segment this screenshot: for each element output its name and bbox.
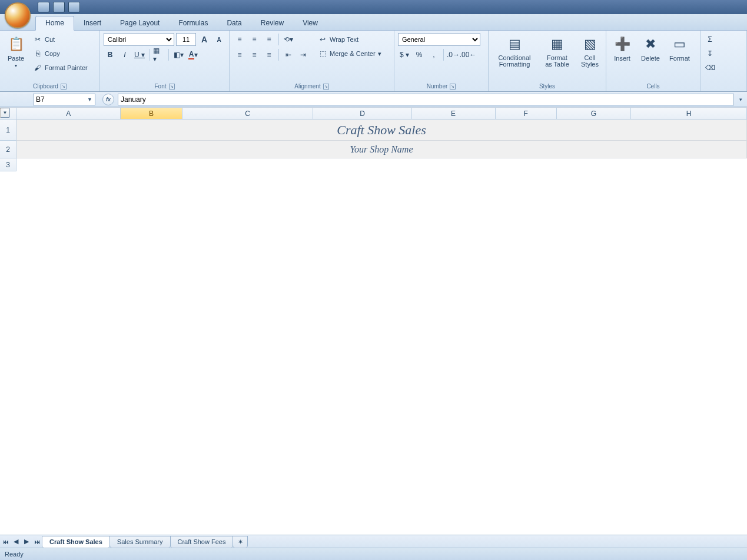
sheet-tab-2[interactable]: Sales Summary [109, 536, 171, 548]
clipboard-dialog-icon[interactable]: ↘ [61, 84, 67, 90]
tab-home[interactable]: Home [35, 16, 74, 31]
font-color-icon: A [188, 50, 195, 59]
column-header-G[interactable]: G [557, 108, 631, 120]
new-sheet-button[interactable]: ✶ [233, 536, 248, 548]
increase-decimal-button[interactable]: .0→ [447, 48, 460, 61]
group-label-clipboard: Clipboard [33, 83, 58, 90]
next-sheet-button[interactable]: ▶ [21, 536, 32, 547]
status-bar: Ready [0, 548, 747, 560]
tab-page-layout[interactable]: Page Layout [111, 16, 169, 30]
tab-review[interactable]: Review [251, 16, 293, 30]
align-left-button[interactable]: ≡ [233, 48, 246, 61]
column-header-E[interactable]: E [412, 108, 496, 120]
font-color-button[interactable]: A▾ [187, 48, 200, 61]
shrink-font-button[interactable]: A [213, 33, 225, 46]
column-header-H[interactable]: H [631, 108, 747, 120]
delete-cells-button[interactable]: ✖Delete [638, 33, 663, 64]
row-header-3[interactable]: 3 [0, 158, 16, 171]
insert-icon: ➕ [613, 35, 632, 54]
number-format-select[interactable]: General [398, 33, 480, 46]
font-dialog-icon[interactable]: ↘ [169, 84, 175, 90]
column-header-C[interactable]: C [182, 108, 314, 120]
fill-icon: ↧ [705, 49, 715, 58]
clear-button[interactable]: ⌫ [704, 61, 743, 74]
tab-data[interactable]: Data [217, 16, 251, 30]
group-editing: Σ ↧ ⌫ [700, 31, 747, 91]
column-header-B[interactable]: B [121, 108, 182, 120]
fx-button[interactable]: fx [102, 94, 114, 105]
align-top-button[interactable]: ≡ [233, 33, 246, 46]
format-icon: ▭ [670, 35, 689, 54]
cut-button[interactable]: ✂Cut [32, 33, 89, 46]
percent-button[interactable]: % [413, 48, 426, 61]
fill-color-button[interactable]: ◧▾ [172, 48, 185, 61]
increase-indent-button[interactable]: ⇥ [297, 48, 310, 61]
sheet-tab-3[interactable]: Craft Show Fees [170, 536, 234, 548]
column-header-A[interactable]: A [16, 108, 121, 120]
font-size-input[interactable] [176, 33, 196, 46]
scissors-icon: ✂ [33, 35, 42, 44]
tab-insert[interactable]: Insert [74, 16, 111, 30]
expand-formula-icon[interactable]: ▾ [734, 97, 747, 102]
worksheet-grid[interactable]: ABCDEFGH 123 Craft Show SalesYour Shop N… [0, 107, 747, 535]
paste-button[interactable]: 📋 Paste ▾ [4, 33, 28, 70]
conditional-formatting-button[interactable]: ▤Conditional Formatting [492, 33, 537, 69]
name-box[interactable]: B7▼ [33, 94, 95, 105]
delete-icon: ✖ [641, 35, 660, 54]
group-styles: ▤Conditional Formatting ▦Format as Table… [489, 31, 606, 91]
wrap-icon: ↩ [318, 35, 327, 44]
insert-cells-button[interactable]: ➕Insert [610, 33, 635, 64]
align-right-button[interactable]: ≡ [263, 48, 275, 61]
orientation-button[interactable]: ⟲▾ [282, 33, 295, 46]
decrease-decimal-button[interactable]: .00← [462, 48, 474, 61]
decrease-indent-button[interactable]: ⇤ [282, 48, 295, 61]
group-label-alignment: Alignment [294, 83, 320, 90]
tab-formulas[interactable]: Formulas [169, 16, 217, 30]
copy-button[interactable]: ⎘Copy [32, 47, 89, 60]
row-header-1[interactable]: 1 [0, 120, 16, 141]
row-header-2[interactable]: 2 [0, 141, 16, 158]
validation-dropdown[interactable] [0, 108, 1, 109]
italic-button[interactable]: I [118, 48, 131, 61]
title-main[interactable]: Craft Show Sales [16, 120, 747, 141]
format-as-table-button[interactable]: ▦Format as Table [540, 33, 574, 69]
font-name-select[interactable]: Calibri [104, 33, 174, 46]
format-painter-button[interactable]: 🖌Format Painter [32, 61, 89, 74]
formula-input[interactable] [118, 94, 734, 105]
qat-redo-icon[interactable] [68, 2, 80, 12]
number-dialog-icon[interactable]: ↘ [450, 84, 456, 90]
prev-sheet-button[interactable]: ◀ [11, 536, 21, 547]
conditional-icon: ▤ [505, 35, 524, 54]
last-sheet-button[interactable]: ⏭ [32, 536, 42, 547]
group-label-styles: Styles [539, 83, 555, 90]
comma-button[interactable]: , [427, 48, 440, 61]
column-header-D[interactable]: D [313, 108, 411, 120]
format-cells-button[interactable]: ▭Format [666, 33, 693, 64]
tab-view[interactable]: View [293, 16, 327, 30]
underline-button[interactable]: U ▾ [133, 48, 146, 61]
grow-font-button[interactable]: A [198, 33, 211, 46]
cell-dropdown-button[interactable]: ▼ [0, 108, 10, 118]
align-bottom-button[interactable]: ≡ [263, 33, 275, 46]
wrap-text-button[interactable]: ↩Wrap Text [317, 33, 383, 46]
ribbon: 📋 Paste ▾ ✂Cut ⎘Copy 🖌Format Painter Cli… [0, 31, 747, 92]
office-button[interactable] [5, 2, 31, 28]
borders-button[interactable]: ▦ ▾ [152, 48, 165, 61]
column-header-F[interactable]: F [496, 108, 557, 120]
first-sheet-button[interactable]: ⏮ [0, 536, 11, 547]
align-middle-button[interactable]: ≡ [248, 33, 261, 46]
fill-button[interactable]: ↧ [704, 47, 743, 60]
group-number: General $ ▾ % , .0→ .00← Number↘ [394, 31, 489, 91]
title-sub[interactable]: Your Shop Name [16, 141, 747, 158]
chevron-down-icon: ▼ [87, 97, 92, 102]
align-center-button[interactable]: ≡ [248, 48, 261, 61]
autosum-button[interactable]: Σ [704, 33, 743, 46]
accounting-button[interactable]: $ ▾ [398, 48, 411, 61]
qat-undo-icon[interactable] [53, 2, 65, 12]
sheet-tab-1[interactable]: Craft Show Sales [42, 536, 110, 548]
bold-button[interactable]: B [104, 48, 117, 61]
alignment-dialog-icon[interactable]: ↘ [323, 84, 329, 90]
cell-styles-button[interactable]: ▧Cell Styles [577, 33, 602, 69]
qat-save-icon[interactable] [38, 2, 49, 12]
merge-center-button[interactable]: ⬚Merge & Center ▾ [317, 47, 383, 60]
